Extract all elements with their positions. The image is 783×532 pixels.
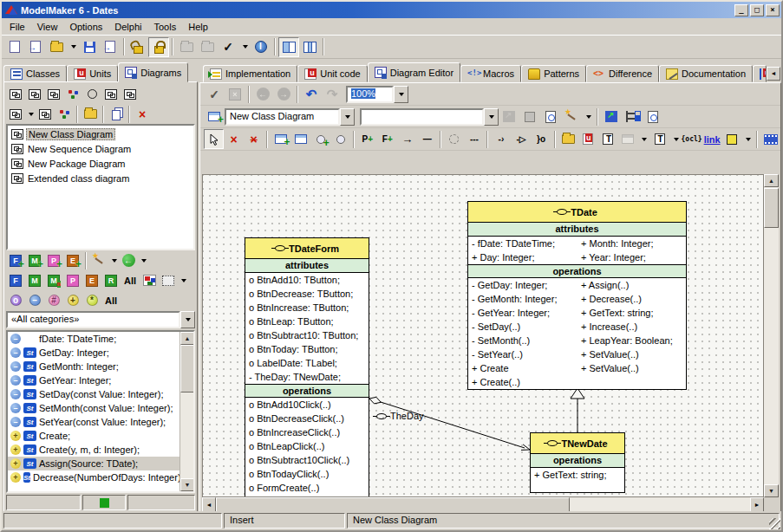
canvas-hscroll-thumb[interactable] [216, 497, 570, 512]
line-tool-icon[interactable]: — [417, 129, 437, 149]
filter-method-access-icon[interactable]: Ma [44, 271, 63, 289]
diagram-tree-item[interactable]: New Package Diagram [8, 156, 193, 171]
view-filter-combo[interactable] [360, 108, 499, 126]
filter-fields-icon[interactable]: F [6, 271, 25, 289]
tab-difference[interactable]: <>Difference [586, 65, 659, 82]
diagram-selector-value[interactable]: New Class Diagram [225, 108, 340, 126]
member-list-item[interactable]: –fDate: TDateTime; [8, 332, 179, 346]
add-diagram-icon[interactable] [204, 107, 225, 127]
class-diagram-icon[interactable] [6, 85, 25, 103]
save-icon[interactable] [79, 37, 100, 57]
menu-tools[interactable]: Tools [148, 20, 183, 34]
member-list-item[interactable]: +StCreate; [8, 429, 179, 443]
navigate-back-dropdown[interactable] [138, 251, 148, 269]
class-symbol-tdateform[interactable]: TDateFormattributeso BtnAdd10: TButton;o… [245, 237, 369, 497]
view-filter-dropdown[interactable] [484, 108, 499, 126]
apply-check-icon[interactable]: ✓ [218, 37, 238, 57]
zoom-combo[interactable]: 100% [346, 86, 408, 103]
view-filter-value[interactable] [360, 108, 484, 126]
style-dropdown[interactable] [742, 129, 754, 149]
select-tool-icon[interactable] [204, 129, 224, 149]
link-tool-icon[interactable]: link [702, 129, 722, 149]
visibility-protected-icon[interactable]: # [44, 291, 63, 309]
open-project-icon[interactable] [25, 37, 46, 57]
category-combo-value[interactable]: «All categories» [6, 311, 180, 328]
copy-diagram-icon[interactable] [107, 105, 126, 123]
tab-diagrams[interactable]: Diagrams [118, 62, 188, 82]
tab-classes[interactable]: Classes [3, 65, 67, 82]
member-list-item[interactable]: –StGetDay: Integer; [8, 346, 179, 360]
diagram-wizard-icon[interactable] [561, 107, 582, 127]
category-combo[interactable]: «All categories» [6, 311, 195, 328]
navigate-back-icon[interactable]: ← [119, 251, 138, 269]
visibility-published-icon[interactable]: o [6, 291, 25, 309]
scroll-down-button[interactable]: ▼ [180, 478, 194, 491]
diagram-selector-combo[interactable]: New Class Diagram [225, 108, 355, 126]
diagram-wizard-dropdown[interactable] [582, 107, 594, 127]
canvas-horizontal-scrollbar[interactable]: ◄ ► [202, 497, 764, 512]
mind-map-icon[interactable] [55, 105, 74, 123]
diagram-selector-dropdown[interactable] [340, 108, 355, 126]
close-button[interactable]: × [766, 4, 780, 16]
text-doc-dropdown[interactable] [669, 129, 681, 149]
unit-diagram-icon[interactable] [36, 105, 55, 123]
tab-scroll-left[interactable]: ◄ [767, 67, 780, 81]
tab-macros[interactable]: <!>Macros [460, 65, 521, 82]
unit-symbol-icon[interactable] [578, 129, 598, 149]
folder-symbol-icon[interactable] [558, 129, 578, 149]
scroll-up-button[interactable]: ▲ [180, 332, 194, 345]
layout-left-icon[interactable] [278, 37, 299, 57]
add-circle-icon[interactable] [330, 129, 350, 149]
delete-all-tool-icon[interactable]: × [244, 129, 264, 149]
member-wizard-icon[interactable] [89, 251, 108, 269]
visibility-automated-icon[interactable]: * [82, 291, 101, 309]
undo-icon[interactable]: ↶ [301, 84, 322, 104]
open-diagram-folder-icon[interactable] [81, 105, 100, 123]
menu-delphi[interactable]: Delphi [108, 20, 147, 34]
menu-options[interactable]: Options [63, 20, 108, 34]
layout-columns-icon[interactable] [299, 37, 320, 57]
globe-icon[interactable] [251, 37, 271, 57]
dependency-tool-icon[interactable]: -› [491, 129, 511, 149]
selection-filter-dropdown[interactable] [178, 271, 188, 289]
association-tool-icon[interactable]: → [397, 129, 417, 149]
tab-partial[interactable] [753, 65, 767, 82]
class-symbol-tdate[interactable]: TDateattributes- fDate: TDateTime;+ Mont… [467, 201, 687, 390]
tab-diagram-editor[interactable]: Diagram Editor [368, 62, 460, 82]
diagram-canvas[interactable]: TDateFormattributeso BtnAdd10: TButton;o… [202, 174, 764, 497]
canvas-scroll-up[interactable]: ▲ [764, 174, 779, 187]
apply-icon[interactable]: ✓ [204, 84, 225, 104]
tab-unit-code[interactable]: Unit code [297, 65, 367, 82]
add-package-symbol-icon[interactable]: P+ [357, 129, 377, 149]
shortcut-icon[interactable] [601, 107, 622, 127]
open-folder-icon[interactable] [46, 37, 67, 57]
lock-icon[interactable] [148, 37, 169, 57]
aggregation-tool-icon[interactable]: }o [531, 129, 551, 149]
add-annotation-icon[interactable] [290, 129, 310, 149]
member-list-item[interactable]: –StSetMonth(const Value: Integer); [8, 401, 179, 415]
dashed-line-tool-icon[interactable]: --- [464, 129, 484, 149]
member-list-item[interactable]: +StCreate(y, m, d: Integer); [8, 443, 179, 457]
visibility-all-label[interactable]: All [105, 295, 117, 306]
diagram-tree-item[interactable]: New Sequence Diagram [8, 141, 193, 156]
visibility-public-icon[interactable]: + [63, 291, 82, 309]
add-property-icon[interactable]: P [44, 251, 63, 269]
print-preview-icon[interactable] [643, 107, 663, 127]
add-field-icon[interactable]: F [6, 251, 25, 269]
canvas-scroll-right[interactable]: ► [750, 497, 764, 512]
hierarchy-icon[interactable] [622, 107, 643, 127]
zoom-dropdown[interactable] [394, 86, 408, 103]
find-in-diagram-icon[interactable] [540, 107, 561, 127]
add-method-icon[interactable]: M [25, 251, 44, 269]
resize-grip[interactable] [769, 518, 780, 529]
member-list-item[interactable]: +StDecrease(NumberOfDays: Integer); [8, 470, 179, 484]
text-symbol-icon[interactable] [598, 129, 618, 149]
check-dropdown[interactable] [238, 37, 251, 57]
ocl-constraint-icon[interactable]: {ocl} [682, 129, 702, 149]
state-diagram-icon[interactable] [101, 85, 121, 103]
association-label[interactable]: TheDay [376, 411, 424, 421]
filmstrip-icon[interactable] [760, 129, 780, 149]
text-doc-symbol-icon[interactable] [649, 129, 669, 149]
new-document-icon[interactable] [4, 37, 25, 57]
canvas-vertical-scrollbar[interactable]: ▲ ▼ [764, 174, 779, 497]
